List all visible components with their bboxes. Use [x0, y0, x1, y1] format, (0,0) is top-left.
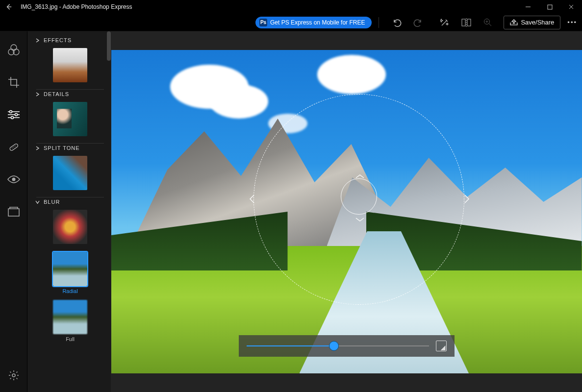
invert-toggle[interactable]	[436, 341, 447, 351]
chevron-down-icon	[35, 200, 40, 204]
svg-point-4	[11, 45, 17, 50]
save-label: Save/Share	[521, 19, 554, 26]
svg-point-7	[9, 111, 12, 113]
blur-slider-bar	[239, 335, 455, 357]
top-toolbar: Ps Get PS Express on Mobile for FREE Sav…	[0, 14, 582, 31]
adjustments-tool[interactable]	[4, 105, 24, 124]
promo-pill[interactable]: Ps Get PS Express on Mobile for FREE	[255, 17, 372, 28]
section-label: BLUR	[44, 199, 60, 205]
photo[interactable]	[111, 50, 582, 373]
details-thumb[interactable]	[53, 102, 87, 138]
looks-tool[interactable]	[4, 40, 24, 60]
handle-down[interactable]	[355, 217, 365, 224]
svg-point-13	[15, 146, 16, 147]
svg-rect-2	[467, 19, 471, 26]
handle-right[interactable]	[463, 194, 470, 205]
separator	[379, 17, 379, 28]
blur-thumb-radial[interactable]: Radial	[53, 252, 87, 294]
section-header-details[interactable]: DETAILS	[35, 91, 105, 97]
svg-point-8	[15, 114, 17, 116]
auto-enhance-button[interactable]	[439, 17, 451, 28]
frames-tool[interactable]	[4, 202, 24, 221]
section-splittone: SPLIT TONE	[27, 143, 111, 197]
ps-icon: Ps	[259, 19, 267, 26]
thumb-label: Full	[53, 336, 87, 342]
effects-thumb[interactable]	[53, 48, 87, 84]
more-menu[interactable]: •••	[567, 19, 577, 26]
svg-rect-1	[462, 19, 465, 26]
section-label: DETAILS	[44, 91, 69, 97]
redeye-tool[interactable]	[4, 170, 24, 189]
svg-point-16	[12, 374, 15, 377]
section-effects: EFFECTS	[27, 35, 111, 89]
splittone-thumb[interactable]	[53, 156, 87, 192]
svg-rect-15	[8, 209, 19, 216]
blur-thumb-none[interactable]	[53, 210, 87, 246]
chevron-right-icon	[35, 92, 40, 97]
minimize-button[interactable]	[517, 0, 539, 14]
svg-point-9	[11, 117, 13, 119]
section-header-blur[interactable]: BLUR	[35, 199, 105, 205]
canvas-area	[111, 31, 582, 392]
section-details: DETAILS	[27, 89, 111, 143]
section-blur: BLUR Radial Full	[27, 197, 111, 347]
close-button[interactable]	[560, 0, 582, 14]
compare-button[interactable]	[460, 17, 472, 28]
zoom-button[interactable]	[482, 17, 494, 28]
radial-blur-inner[interactable]	[341, 178, 377, 215]
titlebar: IMG_3613.jpg - Adobe Photoshop Express	[0, 0, 582, 14]
heal-tool[interactable]	[4, 137, 24, 157]
promo-label: Get PS Express on Mobile for FREE	[270, 19, 365, 26]
redo-button[interactable]	[412, 17, 424, 28]
thumb-label: Radial	[53, 288, 87, 294]
chevron-right-icon	[35, 146, 40, 150]
undo-button[interactable]	[391, 17, 403, 28]
section-header-splittone[interactable]: SPLIT TONE	[35, 145, 105, 151]
crop-tool[interactable]	[4, 73, 24, 92]
section-label: SPLIT TONE	[44, 145, 80, 151]
tool-rail	[0, 31, 27, 392]
handle-up[interactable]	[355, 173, 365, 181]
share-icon	[510, 19, 518, 26]
settings-button[interactable]	[4, 366, 24, 385]
window-title: IMG_3613.jpg - Adobe Photoshop Express	[21, 3, 132, 10]
blur-slider[interactable]	[247, 345, 429, 346]
back-button[interactable]	[4, 2, 14, 12]
svg-point-11	[12, 147, 13, 148]
save-share-button[interactable]: Save/Share	[504, 16, 560, 29]
handle-left[interactable]	[249, 194, 255, 205]
section-label: EFFECTS	[44, 37, 72, 43]
blur-thumb-full[interactable]: Full	[53, 300, 87, 342]
adjustments-panel: EFFECTS DETAILS SPLIT TONE BLUR	[27, 31, 111, 392]
svg-point-12	[13, 147, 14, 147]
chevron-right-icon	[35, 38, 40, 43]
svg-point-14	[12, 178, 15, 181]
svg-rect-0	[548, 5, 552, 9]
slider-knob[interactable]	[329, 341, 339, 351]
maximize-button[interactable]	[539, 0, 560, 14]
section-header-effects[interactable]: EFFECTS	[35, 37, 105, 43]
